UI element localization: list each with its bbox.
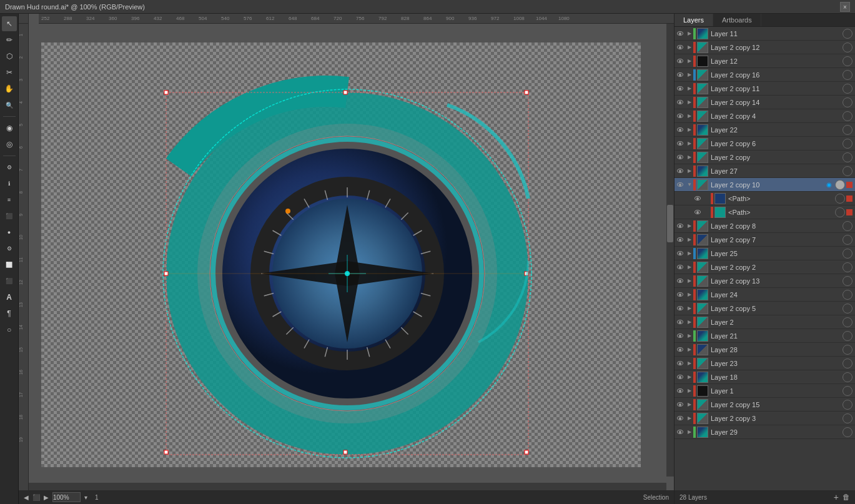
layer-expand-arrow[interactable] [686, 425, 693, 439]
layer-row[interactable]: Layer 2 copy 8 [675, 219, 855, 233]
layer-row[interactable]: Layer 2 copy 6 [675, 137, 855, 151]
tab-layers[interactable]: Layers [675, 14, 713, 26]
layer-target[interactable] [843, 400, 853, 410]
zoom-dropdown-arrow[interactable]: ▾ [84, 494, 87, 501]
layer-expand-arrow[interactable] [686, 398, 693, 412]
scrollbar-thumb-v[interactable] [667, 205, 673, 242]
layer-expand-arrow[interactable] [686, 151, 693, 164]
layer-row[interactable]: Layer 24 [675, 288, 855, 302]
shape-tool[interactable]: ⬡ [2, 49, 17, 64]
layer-row[interactable]: Layer 2 copy 5 [675, 302, 855, 315]
layer-target[interactable] [843, 97, 853, 107]
layer-expand-arrow[interactable] [686, 260, 693, 274]
layer-visibility-toggle[interactable] [675, 178, 686, 192]
layer-target[interactable] [843, 317, 853, 327]
layer-visibility-toggle[interactable] [675, 343, 686, 357]
layer-visibility-toggle[interactable] [675, 68, 686, 82]
icon-tool8[interactable]: ⬛ [2, 274, 17, 289]
layer-expand-arrow[interactable] [686, 233, 693, 247]
layer-expand-arrow[interactable] [686, 274, 693, 288]
draw-tool[interactable]: ✏ [2, 32, 17, 47]
layer-row[interactable]: Layer 2 copy [675, 151, 855, 164]
layer-target[interactable] [843, 56, 853, 66]
layer-visibility-toggle[interactable] [675, 233, 686, 247]
icon-tool4[interactable]: ⬛ [2, 209, 17, 224]
icon-tool2[interactable]: ℹ [2, 176, 17, 191]
layer-row[interactable]: Layer 22 [675, 123, 855, 137]
layer-target[interactable] [843, 221, 853, 231]
layer-expand-arrow[interactable] [686, 315, 693, 329]
layer-target[interactable] [843, 331, 853, 341]
icon-tool3[interactable]: ≡ [2, 192, 17, 207]
layer-visibility-toggle[interactable] [675, 164, 686, 178]
layer-row[interactable]: Layer 12 [675, 54, 855, 68]
layers-panel[interactable]: Layer 11 Layer 2 copy 12 [675, 27, 855, 490]
layer-row[interactable]: Layer 18 [675, 370, 855, 384]
canvas-scrollbar-horizontal[interactable] [29, 483, 666, 490]
tab-artboards[interactable]: Artboards [713, 14, 761, 26]
layer-target[interactable] [835, 180, 845, 190]
layer-visibility-toggle[interactable] [675, 96, 686, 109]
layer-target[interactable] [843, 125, 853, 135]
layer-row-sublayer[interactable]: <Path> [675, 192, 855, 205]
zoom-tool[interactable]: 🔍 [2, 97, 17, 112]
layer-target[interactable] [843, 345, 853, 355]
layer-visibility-toggle[interactable] [692, 205, 703, 219]
canvas-scrollbar-vertical[interactable] [666, 24, 674, 477]
canvas-area[interactable] [29, 24, 674, 490]
canvas-nav-next[interactable]: ▶ [44, 494, 49, 501]
layer-target[interactable] [843, 166, 853, 176]
layer-expand-arrow[interactable] [686, 178, 693, 192]
layer-target[interactable] [843, 70, 853, 80]
stroke-tool[interactable]: ◎ [2, 137, 17, 152]
add-layer-button[interactable]: + [834, 492, 839, 502]
layer-expand-arrow[interactable] [686, 96, 693, 109]
layer-row[interactable]: Layer 2 copy 7 [675, 233, 855, 247]
layer-target[interactable] [843, 358, 853, 368]
layer-expand-arrow[interactable] [686, 54, 693, 68]
icon-tool6[interactable]: ⚙ [2, 241, 17, 256]
layer-row[interactable]: Layer 2 copy 12 [675, 41, 855, 54]
layer-target[interactable] [843, 249, 853, 259]
layer-visibility-toggle[interactable] [675, 412, 686, 425]
layer-row[interactable]: Layer 28 [675, 343, 855, 357]
layer-visibility-toggle[interactable] [675, 288, 686, 302]
scissors-tool[interactable]: ✂ [2, 65, 17, 80]
layer-visibility-toggle[interactable] [675, 357, 686, 370]
layer-expand-arrow[interactable] [686, 357, 693, 370]
layer-target[interactable] [835, 207, 845, 217]
layer-visibility-toggle[interactable] [675, 315, 686, 329]
layer-visibility-toggle[interactable] [675, 151, 686, 164]
layer-visibility-toggle[interactable] [675, 260, 686, 274]
layer-target[interactable] [843, 42, 853, 52]
layer-row[interactable]: Layer 2 copy 3 [675, 412, 855, 425]
layer-target[interactable] [843, 372, 853, 382]
layer-visibility-toggle[interactable] [692, 192, 703, 205]
layer-expand-arrow[interactable] [686, 384, 693, 398]
layer-visibility-toggle[interactable] [675, 109, 686, 123]
layer-expand-arrow[interactable] [686, 329, 693, 343]
layer-row[interactable]: Layer 2 [675, 315, 855, 329]
layer-row[interactable]: Layer 11 [675, 27, 855, 41]
layer-row-sublayer[interactable]: <Path> [675, 205, 855, 219]
layer-row[interactable]: Layer 23 [675, 357, 855, 370]
layer-visibility-toggle[interactable] [675, 54, 686, 68]
layer-expand-arrow[interactable] [686, 27, 693, 41]
layer-expand-arrow[interactable] [686, 370, 693, 384]
para-tool[interactable]: ¶ [2, 306, 17, 321]
icon-tool5[interactable]: ● [2, 225, 17, 240]
layer-target[interactable] [843, 262, 853, 272]
type-tool[interactable]: A [2, 290, 17, 305]
layer-row[interactable]: Layer 2 copy 16 [675, 68, 855, 82]
layer-target[interactable] [843, 84, 853, 94]
layer-row[interactable]: Layer 21 [675, 329, 855, 343]
close-button[interactable]: × [840, 2, 850, 12]
icon-tool1[interactable]: ⚙ [2, 160, 17, 175]
layer-row[interactable]: Layer 2 copy 15 [675, 398, 855, 412]
layer-visibility-toggle[interactable] [675, 82, 686, 96]
layer-target[interactable] [843, 386, 853, 396]
layer-expand-arrow[interactable] [686, 412, 693, 425]
layer-visibility-toggle[interactable] [675, 137, 686, 151]
layer-target[interactable] [843, 413, 853, 423]
layer-target[interactable] [843, 235, 853, 245]
